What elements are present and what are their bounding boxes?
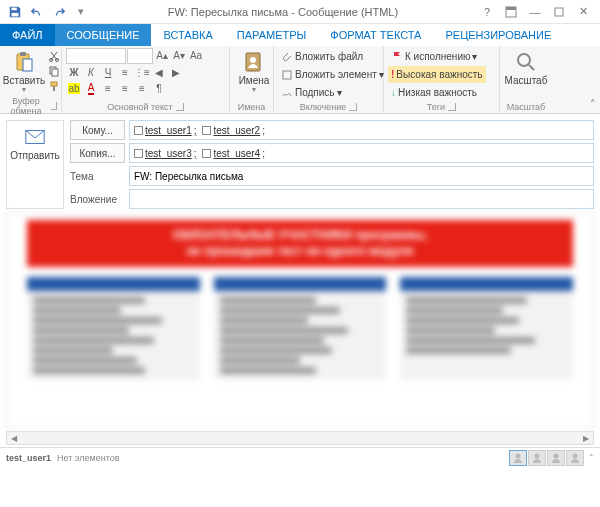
window-title: FW: Пересылка письма - Сообщение (HTML) xyxy=(90,6,476,18)
send-icon xyxy=(24,127,46,147)
status-user: test_user1 xyxy=(6,453,51,463)
font-dialog-launcher[interactable] xyxy=(176,103,184,111)
indent-left-icon[interactable]: ◀ xyxy=(151,65,167,80)
include-dialog-launcher[interactable] xyxy=(349,103,357,111)
ribbon-tabs: ФАЙЛ СООБЩЕНИЕ ВСТАВКА ПАРАМЕТРЫ ФОРМАТ … xyxy=(0,24,600,46)
shrink-font-icon[interactable]: A▾ xyxy=(171,48,187,63)
bold-icon[interactable]: Ж xyxy=(66,65,82,80)
minimize-icon[interactable]: — xyxy=(524,2,546,22)
status-bar: test_user1 Нет элементов ˄ xyxy=(0,447,600,467)
clear-format-icon[interactable]: ¶ xyxy=(151,81,167,96)
align-left-icon[interactable]: ≡ xyxy=(100,81,116,96)
presence-avatar[interactable] xyxy=(509,450,527,466)
svg-rect-7 xyxy=(23,59,32,71)
flag-icon xyxy=(391,51,403,63)
tags-dialog-launcher[interactable] xyxy=(448,103,456,111)
svg-point-22 xyxy=(573,453,578,458)
cut-icon[interactable] xyxy=(46,48,62,63)
numbering-icon[interactable]: ⋮≡ xyxy=(134,65,150,80)
message-body[interactable]: ОБЯЗАТЕЛЬНЫЕ УЧАСТНИКИ программы, не про… xyxy=(6,213,594,429)
ribbon-options-icon[interactable] xyxy=(500,2,522,22)
scroll-left-icon[interactable]: ◀ xyxy=(7,432,21,444)
svg-point-21 xyxy=(554,453,559,458)
low-importance-button[interactable]: ↓Низкая важность xyxy=(388,84,486,101)
quick-access-toolbar: ▾ xyxy=(0,3,90,21)
font-size-select[interactable] xyxy=(127,48,153,64)
change-case-icon[interactable]: Aa xyxy=(188,48,204,63)
svg-rect-3 xyxy=(506,7,516,10)
recipient[interactable]: test_user1; xyxy=(134,125,196,136)
align-right-icon[interactable]: ≡ xyxy=(134,81,150,96)
cc-field[interactable]: test_user3; test_user4; xyxy=(129,143,594,163)
maximize-icon[interactable] xyxy=(548,2,570,22)
scroll-right-icon[interactable]: ▶ xyxy=(579,432,593,444)
align-center-icon[interactable]: ≡ xyxy=(117,81,133,96)
highlight-icon[interactable]: ab xyxy=(66,81,82,96)
svg-point-15 xyxy=(250,57,256,63)
clipboard-dialog-launcher[interactable] xyxy=(51,102,57,110)
presence-avatar[interactable] xyxy=(547,450,565,466)
format-painter-icon[interactable] xyxy=(46,78,62,93)
grow-font-icon[interactable]: A▴ xyxy=(154,48,170,63)
tab-options[interactable]: ПАРАМЕТРЫ xyxy=(225,24,318,46)
attach-file-button[interactable]: Вложить файл xyxy=(278,48,387,65)
signature-icon xyxy=(281,87,293,99)
follow-up-button[interactable]: К исполнению ▾ xyxy=(388,48,486,65)
body-column xyxy=(400,277,573,380)
save-icon[interactable] xyxy=(6,3,24,21)
ribbon-group-include: Вложить файл Вложить элемент ▾ Подпись ▾… xyxy=(274,46,384,113)
address-book-icon xyxy=(242,50,266,74)
recipient[interactable]: test_user4; xyxy=(202,148,264,159)
bullets-icon[interactable]: ≡ xyxy=(117,65,133,80)
recipient[interactable]: test_user2; xyxy=(202,125,264,136)
font-family-select[interactable] xyxy=(66,48,126,64)
recipient[interactable]: test_user3; xyxy=(134,148,196,159)
tab-file[interactable]: ФАЙЛ xyxy=(0,24,55,46)
presence-avatar[interactable] xyxy=(566,450,584,466)
tab-format[interactable]: ФОРМАТ ТЕКСТА xyxy=(318,24,433,46)
zoom-button[interactable]: Масштаб xyxy=(504,48,548,88)
subject-label: Тема xyxy=(70,171,125,182)
redo-icon[interactable] xyxy=(50,3,68,21)
names-button[interactable]: Имена ▼ xyxy=(234,48,274,95)
to-button[interactable]: Кому... xyxy=(70,120,125,140)
signature-button[interactable]: Подпись ▾ xyxy=(278,84,387,101)
copy-icon[interactable] xyxy=(46,63,62,78)
italic-icon[interactable]: К xyxy=(83,65,99,80)
svg-point-17 xyxy=(518,54,530,66)
help-icon[interactable]: ? xyxy=(476,2,498,22)
people-pane-toggle-icon[interactable]: ˄ xyxy=(589,453,594,463)
horizontal-scrollbar[interactable]: ◀ ▶ xyxy=(6,431,594,445)
attach-item-button[interactable]: Вложить элемент ▾ xyxy=(278,66,387,83)
magnifier-icon xyxy=(514,50,538,74)
high-importance-button[interactable]: !Высокая важность xyxy=(388,66,486,83)
attachment-input[interactable] xyxy=(129,189,594,209)
window-controls: ? — ✕ xyxy=(476,2,600,22)
attach-item-icon xyxy=(281,69,293,81)
presence-avatar[interactable] xyxy=(528,450,546,466)
indent-right-icon[interactable]: ▶ xyxy=(168,65,184,80)
exclaim-icon: ! xyxy=(391,69,394,80)
ribbon-group-names: Имена ▼ Имена xyxy=(230,46,274,113)
tab-insert[interactable]: ВСТАВКА xyxy=(151,24,224,46)
svg-rect-12 xyxy=(51,82,57,86)
font-color-icon[interactable]: A xyxy=(83,81,99,96)
paperclip-icon xyxy=(281,51,293,63)
body-banner: ОБЯЗАТЕЛЬНЫЕ УЧАСТНИКИ программы, не про… xyxy=(27,220,573,267)
qat-customize-icon[interactable]: ▾ xyxy=(72,3,90,21)
paste-button[interactable]: Вставить ▼ xyxy=(4,48,44,95)
tab-message[interactable]: СООБЩЕНИЕ xyxy=(55,24,152,46)
svg-rect-6 xyxy=(20,52,26,56)
underline-icon[interactable]: Ч xyxy=(100,65,116,80)
tab-review[interactable]: РЕЦЕНЗИРОВАНИЕ xyxy=(433,24,563,46)
cc-button[interactable]: Копия... xyxy=(70,143,125,163)
collapse-ribbon-icon[interactable]: ˄ xyxy=(590,98,596,111)
attachment-label: Вложение xyxy=(70,194,125,205)
undo-icon[interactable] xyxy=(28,3,46,21)
send-button[interactable]: Отправить xyxy=(6,120,64,209)
subject-input[interactable] xyxy=(129,166,594,186)
ribbon-group-zoom: Масштаб Масштаб xyxy=(500,46,552,113)
close-icon[interactable]: ✕ xyxy=(572,2,594,22)
to-field[interactable]: test_user1; test_user2; xyxy=(129,120,594,140)
ribbon-group-font: A▴ A▾ Aa Ж К Ч ≡ ⋮≡ ◀ ▶ ab A ≡ ≡ ≡ ¶ xyxy=(62,46,230,113)
